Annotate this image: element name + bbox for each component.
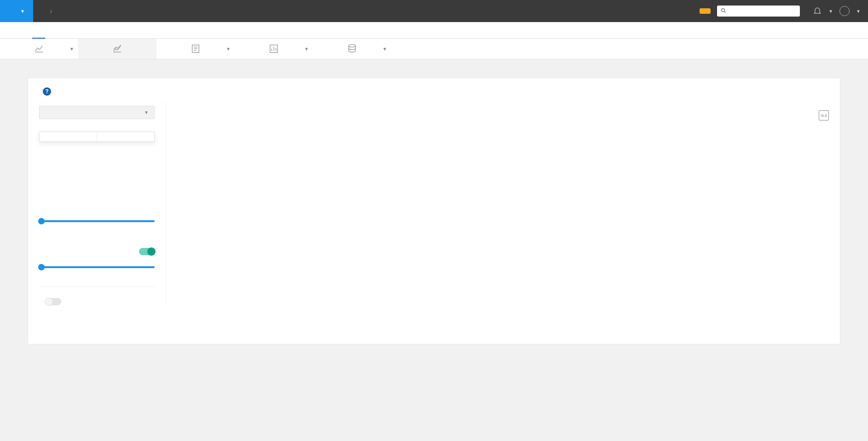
tool-choice-modelling[interactable]: ▼ (235, 39, 313, 59)
caret-down-icon: ▼ (828, 9, 833, 14)
caret-down-icon: ▼ (856, 9, 861, 14)
help-icon[interactable]: ? (43, 87, 51, 96)
reports-icon (34, 43, 45, 54)
table-panel: XLS (166, 102, 840, 305)
search-box[interactable] (717, 6, 800, 17)
brand-menu[interactable]: ▼ (0, 0, 33, 22)
user-avatar[interactable] (839, 6, 850, 16)
choice-modelling-icon (268, 43, 279, 54)
svg-point-12 (348, 45, 355, 47)
caret-down-icon: ▼ (226, 46, 231, 52)
inverse-threshold-slider[interactable] (39, 266, 155, 268)
caret-down-icon: ▼ (382, 46, 387, 52)
breadcrumb: › (44, 6, 58, 16)
nav-analytics[interactable] (32, 22, 45, 39)
analytics-toolbar: ▼ ▼ ▼ ▼ (0, 39, 868, 59)
sub-nav (0, 22, 868, 39)
topbar-right: ▼ ▼ (693, 6, 868, 17)
correlation-icon (112, 43, 123, 54)
text-analysis-icon (190, 43, 201, 54)
caret-down-icon: ▼ (69, 46, 74, 52)
select-all-button[interactable] (40, 132, 97, 141)
caret-down-icon: ▼ (20, 9, 25, 14)
caret-down-icon: ▼ (304, 46, 309, 52)
tool-manage-data[interactable]: ▼ (313, 39, 391, 59)
positive-threshold-slider[interactable] (39, 220, 155, 222)
tool-text-analysis[interactable]: ▼ (156, 39, 235, 59)
page-title: ? (28, 87, 840, 102)
svg-point-0 (722, 9, 725, 12)
upgrade-button[interactable] (700, 8, 711, 14)
nav-edit[interactable] (6, 22, 19, 39)
tool-correlation[interactable] (78, 39, 156, 59)
svg-line-1 (724, 11, 726, 13)
slider-thumb[interactable] (38, 218, 45, 224)
rows-dropdown-panel (39, 132, 155, 142)
top-bar: ▼ › ▼ ▼ (0, 0, 868, 22)
bell-icon[interactable] (813, 6, 822, 17)
nav-integration[interactable] (45, 22, 58, 39)
caret-down-icon: ▼ (144, 110, 149, 115)
reset-button[interactable] (97, 132, 154, 141)
tool-reports[interactable]: ▼ (0, 39, 78, 59)
search-input[interactable] (729, 8, 796, 15)
inverse-correlation-toggle[interactable] (139, 248, 155, 255)
nav-distribute[interactable] (19, 22, 32, 39)
export-xls-button[interactable]: XLS (819, 110, 829, 120)
database-icon (347, 43, 358, 54)
chevron-right-icon: › (50, 6, 52, 16)
analysis-card: ? ▼ (28, 78, 840, 344)
slider-thumb[interactable] (38, 264, 45, 270)
rows-dropdown[interactable]: ▼ (39, 106, 155, 119)
config-sidebar: ▼ (28, 102, 166, 305)
question-code-toggle[interactable] (46, 298, 61, 305)
search-icon (721, 7, 726, 15)
